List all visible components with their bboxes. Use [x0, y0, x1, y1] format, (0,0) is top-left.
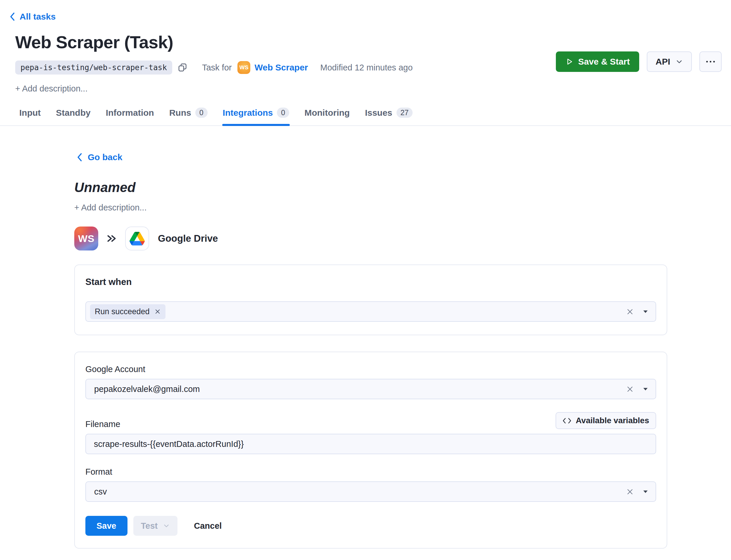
task-header: All tasks Web Scraper (Task) pepa-is-tes…	[0, 0, 731, 94]
clear-google-account-button[interactable]	[626, 386, 634, 393]
tab-issues-label: Issues	[365, 108, 392, 118]
tab-information-label: Information	[106, 108, 154, 118]
go-back-link[interactable]: Go back	[77, 152, 122, 162]
close-icon	[626, 308, 634, 315]
trigger-select[interactable]: Run succeeded	[85, 301, 656, 322]
available-variables-button[interactable]: Available variables	[556, 412, 656, 429]
google-account-label: Google Account	[85, 364, 656, 374]
web-scraper-source-icon: WS	[74, 227, 98, 250]
trigger-chip-label: Run succeeded	[95, 307, 150, 316]
chevron-down-icon	[675, 58, 683, 65]
clear-trigger-select-button[interactable]	[626, 308, 634, 315]
form-actions: Save Test Cancel	[85, 516, 656, 536]
task-for-label: Task for	[202, 63, 232, 72]
double-chevron-right-icon	[106, 233, 117, 244]
tab-runs-label: Runs	[169, 108, 191, 118]
task-slug-badge: pepa-is-testing/web-scraper-task	[15, 61, 172, 75]
tab-input-label: Input	[19, 108, 41, 118]
chevron-left-icon	[77, 153, 82, 162]
integrations-count-badge: 0	[277, 108, 289, 118]
all-tasks-label: All tasks	[20, 12, 56, 22]
caret-down-icon	[643, 310, 648, 313]
format-select-controls	[626, 488, 648, 495]
add-integration-description-button[interactable]: + Add description...	[74, 203, 146, 212]
web-scraper-actor-icon: WS	[237, 61, 250, 74]
open-trigger-dropdown-button[interactable]	[643, 310, 648, 313]
save-and-start-label: Save & Start	[578, 57, 630, 67]
test-button: Test	[133, 516, 177, 536]
tab-information[interactable]: Information	[105, 106, 155, 125]
all-tasks-link[interactable]: All tasks	[9, 12, 56, 22]
clear-format-button[interactable]	[626, 488, 634, 495]
chevron-down-icon	[163, 522, 170, 529]
runs-count-badge: 0	[195, 108, 208, 118]
start-when-heading: Start when	[85, 277, 656, 287]
open-google-account-dropdown-button[interactable]	[643, 388, 648, 391]
integration-name[interactable]: Unnamed	[74, 179, 667, 195]
tab-monitoring-label: Monitoring	[304, 108, 350, 118]
trigger-select-controls	[626, 308, 648, 315]
more-actions-button[interactable]	[699, 51, 722, 72]
target-service-name: Google Drive	[158, 233, 218, 244]
start-when-card: Start when Run succeeded	[74, 265, 667, 335]
close-icon	[154, 308, 161, 315]
task-tabs: Input Standby Information Runs0 Integrat…	[0, 106, 731, 126]
tab-integrations-label: Integrations	[223, 108, 273, 118]
google-account-select[interactable]: pepakozelvalek@gmail.com	[85, 379, 656, 399]
ellipsis-icon	[706, 60, 716, 63]
tab-standby-label: Standby	[56, 108, 90, 118]
integration-settings-card: Google Account pepakozelvalek@gmail.com …	[74, 352, 667, 549]
caret-down-icon	[643, 388, 648, 391]
save-and-start-button[interactable]: Save & Start	[556, 51, 639, 72]
play-icon	[565, 58, 573, 66]
copy-icon	[177, 63, 187, 72]
api-label: API	[656, 57, 670, 67]
header-actions: Save & Start API	[556, 51, 722, 72]
available-variables-label: Available variables	[576, 416, 649, 425]
caret-down-icon	[643, 490, 648, 493]
chevron-left-icon	[9, 12, 15, 21]
filename-label-row: Filename Available variables	[85, 412, 656, 429]
tab-integrations[interactable]: Integrations0	[222, 106, 290, 125]
google-account-select-controls	[626, 386, 648, 393]
integration-flow-row: WS Google Drive	[74, 227, 667, 250]
actor-link[interactable]: Web Scraper	[254, 63, 308, 72]
close-icon	[626, 386, 634, 393]
page-title: Web Scraper (Task)	[15, 32, 722, 52]
api-button[interactable]: API	[647, 51, 692, 72]
close-icon	[626, 488, 634, 495]
tab-input[interactable]: Input	[19, 106, 41, 125]
google-account-value: pepakozelvalek@gmail.com	[94, 384, 200, 394]
format-select[interactable]: csv	[85, 481, 656, 502]
trigger-chip: Run succeeded	[90, 304, 165, 319]
save-button[interactable]: Save	[85, 516, 127, 536]
format-value: csv	[94, 487, 107, 497]
format-label: Format	[85, 467, 656, 477]
tab-standby[interactable]: Standby	[55, 106, 91, 125]
integration-detail: Go back Unnamed + Add description... WS …	[74, 152, 667, 549]
tab-runs[interactable]: Runs0	[169, 106, 208, 125]
code-icon	[563, 417, 571, 424]
remove-trigger-button[interactable]	[154, 308, 161, 315]
google-drive-icon	[125, 227, 149, 250]
tab-monitoring[interactable]: Monitoring	[304, 106, 350, 125]
modified-timestamp: Modified 12 minutes ago	[320, 63, 413, 72]
tab-issues[interactable]: Issues27	[364, 106, 413, 125]
copy-slug-button[interactable]	[176, 61, 189, 74]
go-back-label: Go back	[88, 152, 122, 162]
cancel-button[interactable]: Cancel	[192, 521, 223, 531]
issues-count-badge: 27	[397, 108, 413, 118]
filename-label: Filename	[85, 419, 120, 429]
open-format-dropdown-button[interactable]	[643, 490, 648, 493]
filename-input[interactable]	[85, 434, 656, 454]
test-button-label: Test	[141, 521, 158, 531]
add-description-button[interactable]: + Add description...	[15, 84, 87, 94]
